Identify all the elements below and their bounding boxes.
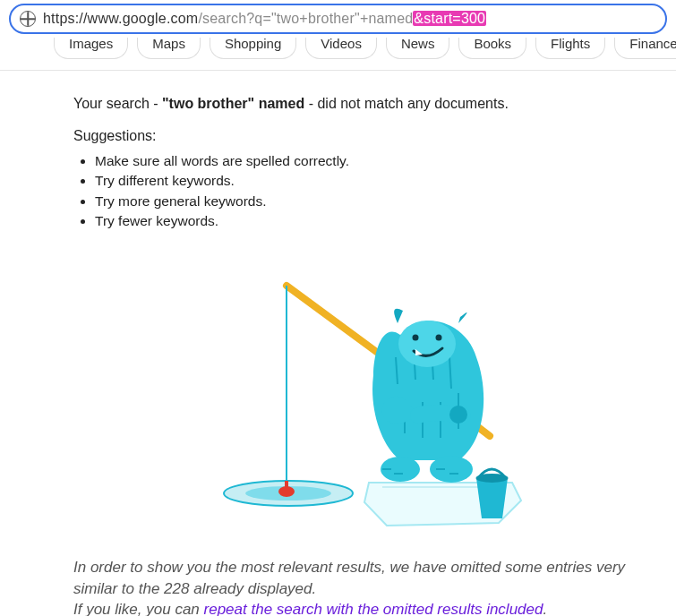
msg-query: "two brother" named [162,96,304,111]
svg-point-18 [436,334,442,340]
suggestion-item: Try fewer keywords. [95,211,645,231]
tab-maps[interactable]: Maps [137,38,201,59]
tab-shopping[interactable]: Shopping [210,38,296,59]
omit-text-2a: If you like, you can [73,601,204,616]
no-results-message: Your search - "two brother" named - did … [73,96,645,112]
omit-count: 228 [164,580,189,597]
tab-finance[interactable]: Finance [614,38,676,59]
tab-news[interactable]: News [386,38,450,59]
url-text: https://www.google.com/search?q="two+bro… [43,11,486,27]
url-highlight: &start=300 [413,11,486,26]
address-bar[interactable]: https://www.google.com/search?q="two+bro… [9,4,667,34]
content-area: Your search - "two brother" named - did … [0,71,645,557]
tab-images[interactable]: Images [54,38,128,59]
msg-suffix: - did not match any documents. [304,96,509,111]
suggestion-item: Try different keywords. [95,171,645,191]
fishing-monster-illustration [190,259,548,527]
url-path: /search?q="two+brother"+named [198,11,413,26]
globe-icon [20,11,36,27]
svg-point-17 [413,334,419,340]
url-scheme: https [43,11,75,26]
omit-text-1b: already displayed. [189,580,316,597]
omitted-results-notice: In order to show you the most relevant r… [0,557,663,616]
repeat-search-link[interactable]: repeat the search with the omitted resul… [204,601,543,616]
tab-books[interactable]: Books [458,38,526,59]
search-tabs: Images Maps Shopping Videos News Books F… [0,38,676,71]
url-host: ://www.google.com [75,11,199,26]
omit-text-2b: . [543,601,547,616]
suggestion-item: Make sure all words are spelled correctl… [95,151,645,171]
suggestions-title: Suggestions: [73,128,645,144]
svg-point-19 [449,406,467,424]
omit-text-1a: In order to show you the most relevant r… [73,559,625,597]
msg-prefix: Your search - [73,96,162,111]
svg-point-16 [398,321,456,367]
tab-flights[interactable]: Flights [535,38,605,59]
suggestions-list: Make sure all words are spelled correctl… [73,151,645,232]
suggestion-item: Try more general keywords. [95,192,645,211]
svg-rect-7 [285,481,288,490]
tab-videos[interactable]: Videos [305,38,377,59]
